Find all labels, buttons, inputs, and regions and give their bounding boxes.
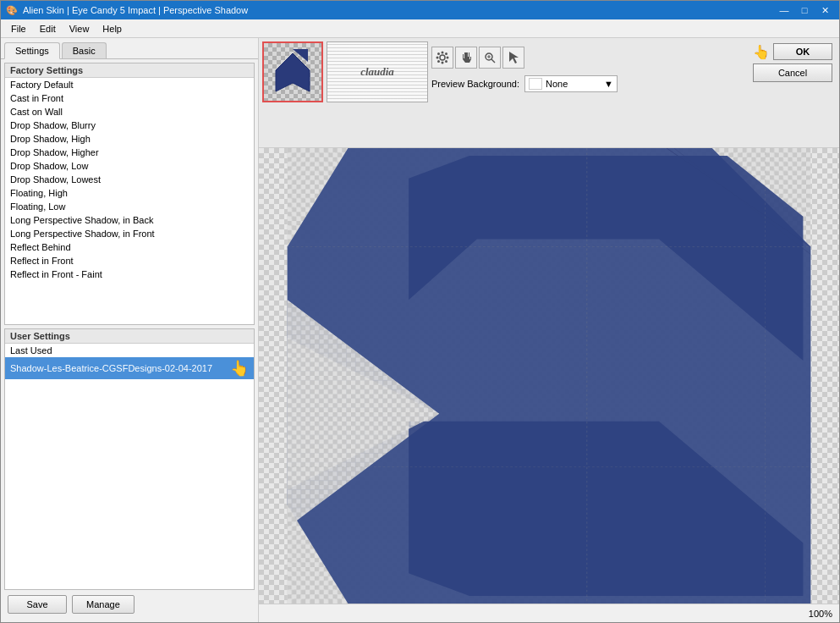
hand-tool-button[interactable] (455, 47, 477, 69)
factory-settings-list[interactable]: Factory Default Cast in Front Cast on Wa… (5, 78, 254, 324)
cancel-button[interactable]: Cancel (753, 63, 832, 82)
svg-point-9 (437, 60, 440, 63)
list-item-long-perspective-front[interactable]: Long Perspective Shadow, in Front (5, 227, 254, 240)
factory-settings-header: Factory Settings (5, 63, 254, 78)
svg-marker-0 (276, 53, 310, 91)
factory-settings-section: Factory Settings Factory Default Cast in… (4, 63, 255, 325)
user-settings-list[interactable]: Last Used Shadow-Les-Beatrice-CGSFDesign… (5, 344, 254, 589)
hand-icon (459, 51, 473, 64)
menu-help[interactable]: Help (96, 22, 129, 36)
svg-point-4 (442, 62, 444, 64)
tab-content: Factory Settings Factory Default Cast in… (1, 58, 258, 622)
list-item-cast-on-wall[interactable]: Cast on Wall (5, 105, 254, 119)
list-item-drop-shadow-lowest[interactable]: Drop Shadow, Lowest (5, 173, 254, 186)
list-item-reflect-behind[interactable]: Reflect Behind (5, 240, 254, 254)
preview-bg-value: None (546, 79, 604, 89)
preview-bg-select[interactable]: None ▼ (524, 75, 618, 92)
ok-glove-icon: 👆 (753, 44, 770, 60)
main-window: 🎨 Alien Skin | Eye Candy 5 Impact | Pers… (0, 0, 840, 623)
ok-cancel-area: 👆 OK Cancel (753, 43, 832, 82)
list-item-drop-shadow-blurry[interactable]: Drop Shadow, Blurry (5, 119, 254, 132)
menu-view[interactable]: View (63, 22, 96, 36)
list-item-drop-shadow-high[interactable]: Drop Shadow, High (5, 132, 254, 146)
ok-button[interactable]: OK (773, 43, 832, 60)
preview-thumbnail-svg (266, 45, 321, 100)
factory-settings-list-wrapper: Factory Default Cast in Front Cast on Wa… (5, 78, 254, 324)
save-button[interactable]: Save (8, 595, 67, 614)
main-preview-area[interactable] (259, 148, 839, 604)
svg-point-7 (437, 52, 440, 55)
preview-bg-label: Preview Background: (431, 79, 519, 89)
left-panel: Settings Basic Factory Settings Factory … (1, 38, 259, 622)
tab-basic[interactable]: Basic (62, 42, 107, 58)
list-item-floating-low[interactable]: Floating, Low (5, 200, 254, 213)
svg-point-10 (445, 52, 447, 55)
list-item-reflect-in-front[interactable]: Reflect in Front (5, 254, 254, 267)
main-preview-svg (259, 148, 839, 604)
manage-button[interactable]: Manage (72, 595, 135, 614)
zoom-level: 100% (809, 609, 832, 619)
bottom-buttons: Save Manage (4, 590, 255, 619)
svg-line-12 (491, 59, 495, 63)
user-settings-section: User Settings Last Used Shadow-Les-Beatr… (4, 328, 255, 590)
list-item-factory-default[interactable]: Factory Default (5, 78, 254, 91)
settings-tool-button[interactable] (431, 47, 453, 69)
user-list-item-shadow[interactable]: Shadow-Les-Beatrice-CGSFDesigns-02-04-20… (5, 357, 254, 379)
right-panel: 👆 OK Cancel (259, 38, 839, 622)
zoom-tool-button[interactable] (479, 47, 501, 69)
list-item-drop-shadow-higher[interactable]: Drop Shadow, Higher (5, 146, 254, 159)
user-list-item-last-used[interactable]: Last Used (5, 344, 254, 357)
user-settings-header: User Settings (5, 329, 254, 344)
list-item-reflect-in-front-faint[interactable]: Reflect in Front - Faint (5, 267, 254, 281)
restore-button[interactable]: □ (795, 3, 814, 17)
tab-settings[interactable]: Settings (4, 42, 60, 59)
tabs-row: Settings Basic (1, 38, 258, 58)
svg-point-8 (445, 60, 447, 63)
close-button[interactable]: ✕ (815, 3, 834, 17)
svg-point-6 (447, 57, 449, 59)
arrow-icon (507, 51, 520, 64)
zoom-icon (483, 51, 497, 64)
menu-edit[interactable]: Edit (33, 22, 63, 36)
status-bar: 100% (259, 604, 839, 622)
dropdown-arrow-icon: ▼ (604, 79, 613, 89)
svg-point-5 (436, 57, 439, 59)
list-item-cast-in-front[interactable]: Cast in Front (5, 91, 254, 105)
list-item-drop-shadow-low[interactable]: Drop Shadow, Low (5, 159, 254, 173)
title-bar: 🎨 Alien Skin | Eye Candy 5 Impact | Pers… (1, 1, 839, 19)
window-title: Alien Skin | Eye Candy 5 Impact | Perspe… (23, 5, 775, 15)
svg-point-3 (442, 52, 444, 54)
app-icon: 🎨 (6, 4, 18, 16)
cursor-arrow-icon: 👆 (230, 359, 249, 378)
gear-icon (436, 51, 449, 64)
preview-thumbnail (262, 41, 323, 102)
pointer-tool-button[interactable] (502, 47, 524, 69)
list-item-floating-high[interactable]: Floating, High (5, 186, 254, 200)
preview-bg-swatch (529, 78, 542, 90)
svg-point-2 (440, 55, 445, 60)
menu-bar: File Edit View Help (1, 19, 839, 38)
list-item-long-perspective-back[interactable]: Long Perspective Shadow, in Back (5, 213, 254, 227)
content-area: Settings Basic Factory Settings Factory … (1, 38, 839, 622)
title-bar-buttons: — □ ✕ (775, 3, 834, 17)
menu-file[interactable]: File (4, 22, 33, 36)
minimize-button[interactable]: — (775, 3, 793, 17)
claudia-thumbnail: claudia (327, 41, 428, 102)
claudia-text: claudia (360, 65, 394, 79)
